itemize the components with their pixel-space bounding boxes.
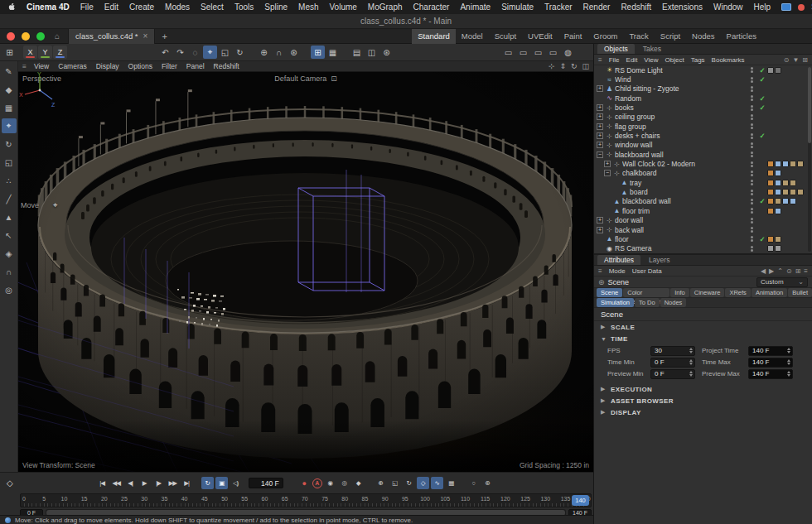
- visibility-dots[interactable]: [748, 67, 755, 73]
- keyframe-selection-button[interactable]: ◉: [324, 477, 336, 489]
- goto-end-button[interactable]: ▶|: [181, 477, 193, 489]
- points-mode-icon[interactable]: ∴: [2, 173, 17, 188]
- render-settings-icon[interactable]: ⊛: [379, 46, 394, 59]
- zoom-window-button[interactable]: [36, 32, 45, 41]
- object-row[interactable]: ▲board: [594, 187, 812, 196]
- cam-tag-icon[interactable]: [775, 245, 781, 252]
- record-position-toggle[interactable]: ⊕: [375, 477, 387, 489]
- object-row[interactable]: +⊹Wall Clock 02 - Modern: [594, 159, 812, 168]
- expand-icon[interactable]: +: [597, 113, 603, 120]
- attr-tab-to-do[interactable]: To Do: [635, 298, 660, 307]
- spinner-arrows[interactable]: [787, 348, 790, 353]
- poly-tag-icon[interactable]: [782, 161, 789, 167]
- snap-settings-icon[interactable]: ⊛: [287, 46, 301, 59]
- visibility-dots[interactable]: [748, 236, 755, 242]
- layout-monitor-4-icon[interactable]: ▭: [546, 46, 560, 59]
- visibility-dots[interactable]: [748, 105, 755, 111]
- enabled-check-icon[interactable]: ✓: [757, 197, 767, 205]
- attr-tab-cineware[interactable]: Cineware: [690, 288, 725, 297]
- expand-icon[interactable]: +: [597, 142, 603, 148]
- nav-forward-icon[interactable]: ▶: [769, 267, 774, 275]
- sel-tag-icon[interactable]: [767, 161, 774, 167]
- viewport-menu-cameras[interactable]: Cameras: [58, 62, 86, 70]
- fps-input[interactable]: 30: [650, 346, 695, 356]
- poly-tag-icon[interactable]: [775, 180, 781, 186]
- attributes-menu-user-data[interactable]: User Data: [632, 267, 662, 275]
- poly-tag-icon[interactable]: [775, 189, 781, 195]
- poly-tag-icon[interactable]: [790, 198, 796, 204]
- visibility-dots[interactable]: [748, 142, 755, 148]
- expand-icon[interactable]: +: [597, 132, 603, 139]
- layout-tab-particles[interactable]: Particles: [721, 29, 762, 44]
- record-keyframe-button[interactable]: ●: [298, 477, 311, 489]
- timeline-settings-icon[interactable]: ⊛: [481, 477, 494, 489]
- spinner-arrows[interactable]: [689, 348, 693, 353]
- axis-y-lock[interactable]: Y: [38, 46, 52, 59]
- playhead[interactable]: 140: [572, 495, 589, 506]
- menu-redshift[interactable]: Redshift: [621, 2, 651, 12]
- apple-menu-icon[interactable]: [8, 2, 16, 12]
- screen-record-icon[interactable]: [798, 4, 805, 11]
- layout-monitor-1-icon[interactable]: ▭: [501, 46, 515, 59]
- collapse-icon[interactable]: −: [597, 151, 603, 158]
- scale-mode-icon[interactable]: ◱: [2, 155, 17, 170]
- visibility-dots[interactable]: [748, 151, 755, 157]
- enabled-check-icon[interactable]: ✓: [757, 94, 767, 103]
- object-row[interactable]: +⊹ceiling group: [594, 113, 812, 122]
- viewport-menu-options[interactable]: Options: [128, 62, 152, 70]
- enabled-check-icon[interactable]: ✓: [757, 235, 767, 243]
- range-mode-toggle[interactable]: ▣: [215, 477, 228, 489]
- goto-start-button[interactable]: |◀: [96, 477, 109, 489]
- menu-character[interactable]: Character: [413, 2, 450, 12]
- viewport-canvas[interactable]: [18, 72, 593, 472]
- move-tool-icon[interactable]: ⌖: [203, 46, 217, 59]
- menu-extensions[interactable]: Extensions: [662, 2, 703, 12]
- poly-tag-icon[interactable]: [775, 161, 781, 167]
- menu-tools[interactable]: Tools: [234, 2, 254, 12]
- objects-menu-file[interactable]: File: [609, 56, 620, 64]
- object-row[interactable]: +⊹books✓: [594, 103, 812, 112]
- close-window-button[interactable]: [7, 32, 15, 41]
- render-picture-viewer-icon[interactable]: ◫: [365, 46, 379, 59]
- objects-menu-view[interactable]: View: [644, 56, 658, 64]
- menu-render[interactable]: Render: [583, 2, 611, 12]
- close-tab-icon[interactable]: ×: [143, 31, 148, 41]
- section-asset-browser[interactable]: ▶ASSET BROWSER: [594, 395, 812, 406]
- loop-mode-toggle[interactable]: ↻: [201, 477, 214, 489]
- rotate-tool-icon[interactable]: ↻: [233, 46, 247, 59]
- object-row[interactable]: ▲floor trim: [594, 206, 812, 215]
- set-key-button[interactable]: ◆: [352, 477, 365, 489]
- visibility-dots[interactable]: [748, 114, 755, 120]
- viewport-menu-filter[interactable]: Filter: [162, 62, 177, 70]
- render-view-icon[interactable]: ▤: [350, 46, 364, 59]
- make-editable-icon[interactable]: ✎: [2, 64, 17, 79]
- coord-system-icon[interactable]: ⊕: [257, 46, 271, 59]
- record-pla-toggle[interactable]: ∿: [431, 477, 443, 489]
- screen-mirroring-icon[interactable]: [781, 3, 791, 11]
- layout-tab-nodes[interactable]: Nodes: [686, 29, 720, 44]
- enabled-check-icon[interactable]: ✓: [757, 66, 767, 75]
- menu-tracker[interactable]: Tracker: [544, 2, 573, 12]
- record-parameter-toggle[interactable]: ◇: [417, 477, 429, 489]
- axis-x-lock[interactable]: X: [23, 46, 37, 59]
- visibility-dots[interactable]: [748, 227, 755, 233]
- attr-tab-simulation[interactable]: Simulation: [597, 298, 634, 307]
- menu-help[interactable]: Help: [754, 2, 771, 12]
- tex-tag-icon[interactable]: [782, 180, 789, 186]
- objects-menu-edit[interactable]: Edit: [626, 56, 638, 64]
- prev-key-button[interactable]: ◀◀: [110, 477, 123, 489]
- sel-tag-icon[interactable]: [767, 180, 774, 186]
- tex-tag-icon[interactable]: [790, 161, 796, 167]
- objects-menu-bookmarks[interactable]: Bookmarks: [712, 56, 745, 64]
- motion-system-icon[interactable]: ○: [467, 477, 480, 489]
- object-row[interactable]: +⊹desks + chairs✓: [594, 131, 812, 140]
- preview-max-input[interactable]: 140 F: [748, 369, 793, 379]
- visibility-dots[interactable]: [748, 218, 755, 224]
- texture-mode-icon[interactable]: ▦: [2, 100, 17, 115]
- attr-tab-info[interactable]: Info: [670, 288, 689, 297]
- viewport-menu-redshift[interactable]: Redshift: [214, 62, 239, 70]
- object-row[interactable]: ☀RS Dome Light✓: [594, 65, 812, 75]
- menu-select[interactable]: Select: [201, 2, 224, 12]
- tex-tag-icon[interactable]: [775, 198, 781, 204]
- layout-tab-model[interactable]: Model: [456, 29, 489, 44]
